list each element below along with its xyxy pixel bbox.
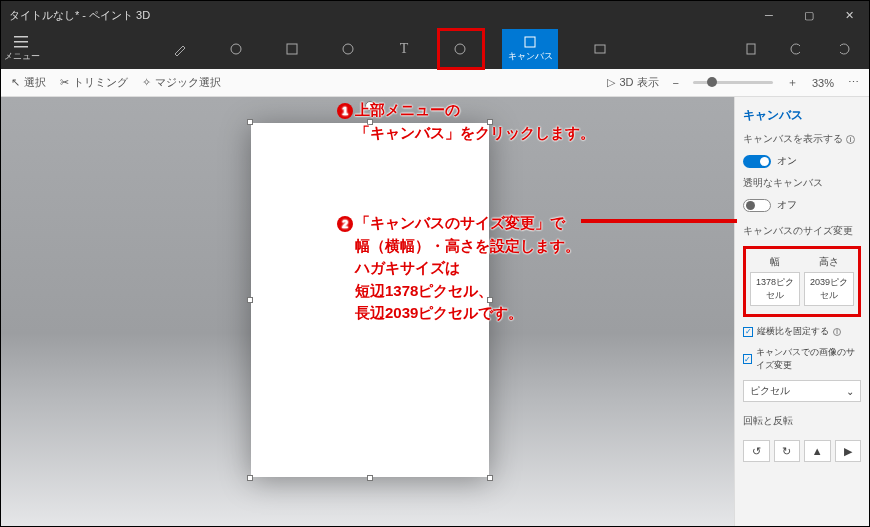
- rotate-section-title: 回転と反転: [743, 414, 861, 428]
- canvas-viewport[interactable]: 1上部メニューの 「キャンバス」をクリックします。 2「キャンバスのサイズ変更」…: [1, 97, 734, 526]
- svg-point-3: [231, 44, 241, 54]
- library-icon: [593, 42, 607, 56]
- canvas-tool-label: キャンバス: [508, 50, 553, 63]
- redo-button[interactable]: [829, 29, 857, 69]
- close-button[interactable]: ✕: [829, 1, 869, 29]
- width-label: 幅: [750, 255, 800, 269]
- transparent-toggle[interactable]: [743, 199, 771, 212]
- zoom-out-button[interactable]: −: [673, 77, 679, 89]
- effects-tool[interactable]: [446, 29, 474, 69]
- zoom-slider[interactable]: [693, 81, 773, 84]
- more-button[interactable]: ⋯: [848, 76, 859, 89]
- chevron-down-icon: ⌄: [846, 386, 854, 397]
- stickers-tool[interactable]: [334, 29, 362, 69]
- annotation-connector-2: [581, 219, 737, 223]
- crop-button[interactable]: ✂トリミング: [60, 75, 128, 90]
- brush-icon: [173, 42, 187, 56]
- titlebar: タイトルなし* - ペイント 3D ─ ▢ ✕: [1, 1, 869, 29]
- shapes-3d-tool[interactable]: [278, 29, 306, 69]
- app-window: タイトルなし* - ペイント 3D ─ ▢ ✕ メニュー T キャンバス: [0, 0, 870, 527]
- annotation-badge-2: 2: [337, 216, 353, 232]
- flip-horizontal-button[interactable]: ▲: [804, 440, 831, 462]
- undo-button[interactable]: [783, 29, 811, 69]
- resize-section-title: キャンバスのサイズ変更: [743, 224, 861, 238]
- svg-rect-7: [525, 37, 535, 47]
- transparent-state: オフ: [777, 198, 797, 212]
- svg-rect-1: [14, 41, 28, 43]
- checkmark-icon: ✓: [743, 327, 753, 337]
- magic-icon: ✧: [142, 76, 151, 89]
- resize-handle-ml[interactable]: [247, 297, 253, 303]
- menu-label: メニュー: [4, 50, 40, 63]
- zoom-thumb[interactable]: [707, 77, 717, 87]
- crop-icon: ✂: [60, 76, 69, 89]
- play-icon: ▷: [607, 76, 615, 89]
- shapes-2d-tool[interactable]: [222, 29, 250, 69]
- select-button[interactable]: ↖選択: [11, 75, 46, 90]
- resize-handle-bc[interactable]: [367, 475, 373, 481]
- canvas-icon: [523, 35, 537, 49]
- sub-toolbar: ↖選択 ✂トリミング ✧マジック選択 ▷3D 表示 − ＋ 33% ⋯: [1, 69, 869, 97]
- resize-handle-br[interactable]: [487, 475, 493, 481]
- brush-tool[interactable]: [166, 29, 194, 69]
- height-label: 高さ: [804, 255, 854, 269]
- resize-image-checkbox[interactable]: ✓キャンバスでの画像のサイズ変更: [743, 346, 861, 372]
- cube-icon: [285, 42, 299, 56]
- zoom-in-button[interactable]: ＋: [787, 75, 798, 90]
- flip-vertical-button[interactable]: ▶: [835, 440, 862, 462]
- annotation-highlight-2: 幅 高さ 1378ピクセル 2039ピクセル: [743, 246, 861, 317]
- show-canvas-toggle[interactable]: [743, 155, 771, 168]
- svg-rect-8: [595, 45, 605, 53]
- main-toolbar: メニュー T キャンバス: [1, 29, 869, 69]
- svg-point-5: [343, 44, 353, 54]
- undo-icon: [790, 42, 804, 56]
- info-icon: i: [833, 328, 841, 336]
- height-input[interactable]: 2039ピクセル: [804, 272, 854, 306]
- annotation-1: 1上部メニューの 「キャンバス」をクリックします。: [337, 99, 595, 144]
- transparent-label: 透明なキャンバス: [743, 176, 861, 190]
- effects-icon: [453, 42, 467, 56]
- show-canvas-label: キャンバスを表示するi: [743, 132, 861, 146]
- paste-button[interactable]: [737, 29, 765, 69]
- window-title: タイトルなし* - ペイント 3D: [9, 8, 150, 23]
- canvas-tool[interactable]: キャンバス: [502, 29, 558, 69]
- side-panel: キャンバス キャンバスを表示するi オン 透明なキャンバス オフ キャンバスのサ…: [734, 97, 869, 526]
- svg-rect-9: [747, 44, 755, 54]
- lock-aspect-checkbox[interactable]: ✓縦横比を固定するi: [743, 325, 861, 338]
- paste-icon: [744, 42, 758, 56]
- rotate-ccw-button[interactable]: ↺: [743, 440, 770, 462]
- library-tool[interactable]: [586, 29, 614, 69]
- minimize-button[interactable]: ─: [749, 1, 789, 29]
- menu-icon: [14, 36, 30, 48]
- annotation-badge-1: 1: [337, 103, 353, 119]
- magic-select-button[interactable]: ✧マジック選択: [142, 75, 221, 90]
- resize-handle-tl[interactable]: [247, 119, 253, 125]
- zoom-value: 33%: [812, 77, 834, 89]
- view-3d-button[interactable]: ▷3D 表示: [607, 75, 658, 90]
- cursor-icon: ↖: [11, 76, 20, 89]
- maximize-button[interactable]: ▢: [789, 1, 829, 29]
- info-icon: i: [846, 135, 855, 144]
- rotate-cw-button[interactable]: ↻: [774, 440, 801, 462]
- checkmark-icon: ✓: [743, 354, 752, 364]
- svg-rect-4: [287, 44, 297, 54]
- menu-button[interactable]: メニュー: [1, 29, 43, 69]
- svg-rect-2: [14, 46, 28, 48]
- sticker-icon: [341, 42, 355, 56]
- show-canvas-state: オン: [777, 154, 797, 168]
- annotation-2: 2「キャンバスのサイズ変更」で 幅（横幅）・高さを設定します。 ハガキサイズは …: [337, 212, 580, 325]
- redo-icon: [836, 42, 850, 56]
- shapes-2d-icon: [229, 42, 243, 56]
- text-tool[interactable]: T: [390, 29, 418, 69]
- unit-select[interactable]: ピクセル⌄: [743, 380, 861, 402]
- resize-handle-bl[interactable]: [247, 475, 253, 481]
- width-input[interactable]: 1378ピクセル: [750, 272, 800, 306]
- panel-title: キャンバス: [743, 107, 861, 124]
- svg-point-6: [455, 44, 465, 54]
- svg-rect-0: [14, 36, 28, 38]
